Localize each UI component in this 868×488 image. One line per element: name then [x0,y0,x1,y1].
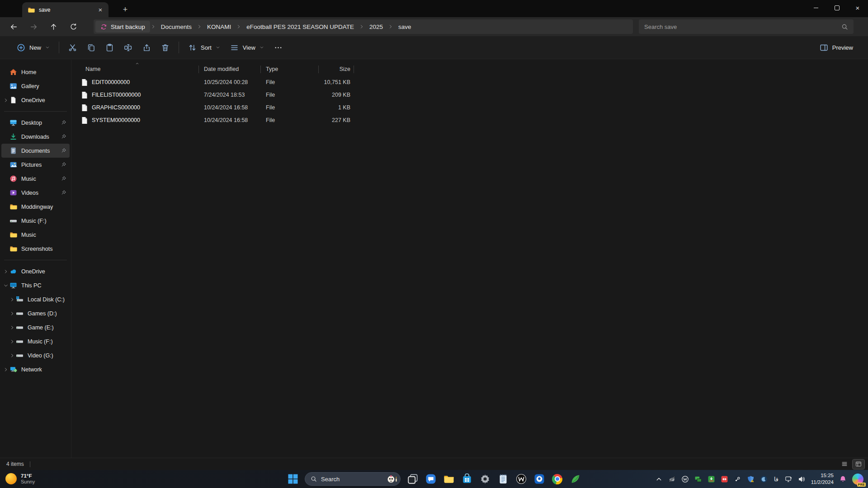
weather-widget[interactable]: 71°F Sunny [5,473,35,485]
up-button[interactable] [43,19,63,34]
list-view-button[interactable] [839,460,850,469]
new-tab-button[interactable]: + [119,4,131,15]
file-row-edit00000000[interactable]: EDIT0000000010/25/2024 00:28File10,751 K… [80,76,868,89]
forward-button[interactable] [24,19,43,34]
sidebar-item-music[interactable]: Music [1,172,70,186]
copilot-button[interactable]: PRE [852,474,863,485]
refresh-button[interactable] [63,19,83,34]
file-row-system00000000[interactable]: SYSTEM0000000010/24/2024 16:58File227 KB [80,114,868,127]
view-button[interactable]: View [225,39,269,56]
sidebar-item-this-pc[interactable]: This PC [1,278,70,292]
chrome-button[interactable] [551,473,563,485]
breadcrumb-item-konami[interactable]: KONAMI [203,21,236,33]
file-row-graphics000000[interactable]: GRAPHICS00000010/24/2024 16:58File1 KB [80,101,868,114]
file-explorer-button[interactable] [443,473,455,485]
breadcrumb-item-efootball-pes-2021-season-update[interactable]: eFootball PES 2021 SEASON UPDATE [242,21,359,33]
sidebar-item-game-e[interactable]: Game (E:) [1,320,70,334]
chevron-right-icon[interactable] [2,98,9,103]
explorer-tab-save[interactable]: save × [22,2,108,17]
chevron-right-icon[interactable] [8,353,16,358]
copy-button[interactable] [82,39,100,56]
sidebar-item-music-f[interactable]: Music (F:) [1,214,70,228]
taskbar-search[interactable]: Search [305,472,401,486]
clock-time: 15:25 [811,472,834,479]
sidebar-item-video-g[interactable]: Video (G:) [1,348,70,362]
leaf-app-button[interactable] [569,473,581,485]
remote-app-button[interactable] [721,475,728,483]
sidebar-item-network[interactable]: Network [1,362,70,376]
start-button[interactable] [287,473,299,485]
share-button[interactable] [137,39,156,56]
file-row-filelist00000000[interactable]: FILELIST000000007/24/2024 18:53File209 K… [80,89,868,101]
network-status-icon[interactable] [785,475,793,483]
onedrive-paused-button[interactable] [668,475,676,483]
file-date-modified: 10/24/2024 16:58 [199,104,261,111]
language-indicator[interactable]: فا [773,476,779,483]
pes-app-button[interactable] [533,473,545,485]
hidden-buttons-chevron[interactable] [655,475,663,483]
column-header-date-modified[interactable]: Date modified [199,65,261,74]
cut-button[interactable] [63,39,82,56]
network-adapter-button[interactable] [694,475,702,483]
chevron-right-icon[interactable] [2,269,9,274]
preview-button[interactable]: Preview [815,39,858,56]
sidebar-item-documents[interactable]: Documents [1,144,70,158]
sidebar-item-pictures[interactable]: Pictures [1,158,70,172]
details-view-button[interactable] [853,460,864,469]
sort-button[interactable]: Sort [183,39,225,56]
new-button[interactable]: New [12,39,55,56]
sidebar-item-music[interactable]: Music [1,228,70,242]
column-header-name[interactable]: Name [80,65,199,74]
defender-warning-button[interactable] [747,475,755,483]
sidebar-item-local-disk-c[interactable]: Local Disk (C:) [1,292,70,306]
search-icon [841,23,848,30]
search-box[interactable]: Search save [639,19,854,34]
sidebar-item-downloads[interactable]: Downloads [1,130,70,144]
tab-close-icon[interactable]: × [96,5,105,14]
sidebar-item-home[interactable]: Home [1,65,70,79]
idm-button[interactable] [708,475,715,483]
column-header-type[interactable]: Type [261,65,319,74]
chevron-right-icon[interactable] [2,367,9,372]
maximize-button[interactable] [826,0,847,15]
sidebar-item-games-d[interactable]: Games (D:) [1,306,70,320]
sidebar-item-videos[interactable]: Videos [1,186,70,200]
night-mode-button[interactable] [760,475,768,483]
chevron-right-icon[interactable] [8,311,16,316]
start-backup-button[interactable]: Start backup [95,21,150,33]
sidebar-item-onedrive[interactable]: OneDrive [1,264,70,278]
more-options-button[interactable] [269,39,288,56]
clock[interactable]: 15:25 11/2/2024 [811,472,834,486]
rename-button[interactable] [119,39,137,56]
volume-icon[interactable] [798,475,806,483]
minimize-button[interactable] [806,0,826,15]
breadcrumb-item-documents[interactable]: Documents [156,21,196,33]
w-app-button[interactable] [515,473,527,485]
sidebar-item-moddingway[interactable]: Moddingway [1,200,70,214]
chevron-right-icon[interactable] [8,325,16,330]
column-header-size[interactable]: Size [319,65,354,74]
notifications-bell-icon[interactable] [839,475,847,483]
sidebar-item-label: Downloads [21,134,61,140]
close-button[interactable]: × [847,0,868,15]
paste-button[interactable] [100,39,119,56]
breadcrumb-item-save[interactable]: save [394,21,416,33]
steam-button[interactable] [734,475,741,483]
sidebar-item-music-f[interactable]: Music (F:) [1,334,70,348]
back-button[interactable] [4,19,24,34]
breadcrumb-item-2025[interactable]: 2025 [365,21,387,33]
w-ring-button[interactable] [681,475,689,483]
sidebar-item-screenshots[interactable]: Screenshots [1,242,70,256]
settings-button[interactable] [479,473,491,485]
notepad-button[interactable] [497,473,509,485]
sidebar-item-gallery[interactable]: Gallery [1,79,70,93]
chat-button[interactable] [425,473,437,485]
sidebar-item-onedrive[interactable]: OneDrive [1,93,70,107]
sidebar-item-desktop[interactable]: Desktop [1,116,70,130]
task-view-button[interactable] [406,473,419,485]
delete-button[interactable] [156,39,175,56]
store-button[interactable] [461,473,473,485]
chevron-right-icon[interactable] [8,297,16,302]
chevron-right-icon[interactable] [8,339,16,344]
chevron-down-icon[interactable] [2,283,9,288]
